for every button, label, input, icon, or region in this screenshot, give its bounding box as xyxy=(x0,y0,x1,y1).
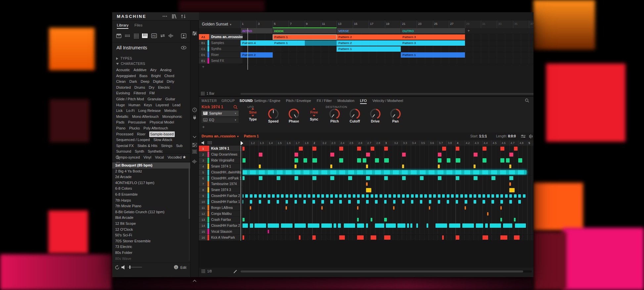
tag-metallic[interactable]: Metallic xyxy=(116,114,128,120)
pattern-name[interactable]: Pattern 1 xyxy=(244,134,259,138)
note-lane[interactable] xyxy=(241,158,533,164)
note[interactable] xyxy=(254,194,257,198)
note[interactable] xyxy=(277,176,281,180)
note[interactable] xyxy=(312,200,315,204)
note[interactable] xyxy=(268,230,269,233)
sound-name[interactable]: ClosedHH Fairfax 2 xyxy=(209,223,243,229)
note[interactable] xyxy=(272,194,275,198)
tag-digital[interactable]: Digital xyxy=(153,79,163,85)
tag-deep[interactable]: Deep xyxy=(141,79,149,85)
note[interactable] xyxy=(500,235,507,240)
oneshots-icon[interactable] xyxy=(168,32,174,39)
note[interactable] xyxy=(491,200,494,204)
note[interactable] xyxy=(321,206,323,210)
tag-acoustic[interactable]: Acoustic xyxy=(116,67,130,73)
pattern-grid-setting[interactable]: 1/8 xyxy=(202,269,212,273)
tag-filtered[interactable]: Filtered xyxy=(134,90,146,96)
list-item[interactable]: 6-8 Colors xyxy=(112,186,190,192)
note[interactable] xyxy=(515,223,526,228)
tag-slow-attack[interactable]: Slow Attack xyxy=(154,137,172,143)
sound-name[interactable]: ClosedHH..ertPark 1 xyxy=(209,175,243,181)
step-view-icon[interactable] xyxy=(192,149,198,154)
note[interactable] xyxy=(393,194,396,198)
note[interactable] xyxy=(268,223,279,228)
note[interactable] xyxy=(299,194,301,198)
note[interactable] xyxy=(460,194,463,198)
tag-lo-fi[interactable]: Lo-Fi xyxy=(126,108,135,114)
note[interactable] xyxy=(366,188,371,192)
note[interactable] xyxy=(483,200,485,204)
pattern-scrollbar[interactable] xyxy=(241,270,532,272)
note[interactable] xyxy=(321,200,324,204)
track-name[interactable]: Riser xyxy=(209,52,243,58)
pattern-length-value[interactable]: 8:0:0 xyxy=(508,134,516,138)
pattern-clip[interactable]: Pattern 1 xyxy=(273,34,337,40)
arranger-grid-setting[interactable]: 1 Bar xyxy=(201,92,214,95)
note-lane[interactable] xyxy=(241,211,533,217)
sound-name[interactable]: ClosedHH Fairfax 2 xyxy=(209,193,243,199)
tag-sub[interactable]: Sub xyxy=(176,143,183,149)
arranger-scrollbar[interactable] xyxy=(241,93,533,95)
browser-toggle-icon[interactable] xyxy=(170,13,178,19)
note-lane[interactable] xyxy=(241,229,533,235)
note[interactable] xyxy=(250,194,253,198)
note[interactable] xyxy=(259,153,263,157)
note[interactable] xyxy=(371,218,372,221)
pattern-clip[interactable]: Pattern 1 xyxy=(273,40,337,46)
note[interactable] xyxy=(321,223,332,228)
tag-electric[interactable]: Electric xyxy=(158,85,170,91)
selector-value[interactable]: Free xyxy=(303,110,325,114)
note[interactable] xyxy=(295,165,297,168)
note[interactable] xyxy=(317,194,320,198)
note[interactable] xyxy=(357,235,364,240)
note[interactable] xyxy=(500,218,502,221)
note-lane[interactable] xyxy=(241,199,533,205)
note[interactable] xyxy=(254,223,266,228)
pad-number[interactable]: 7 xyxy=(199,181,207,187)
track-lane[interactable] xyxy=(241,52,533,58)
track-bank-cell[interactable]: C1 xyxy=(199,46,207,52)
track-name[interactable]: Drums an..ercussion xyxy=(209,34,243,40)
list-item[interactable]: 12 O'Clock xyxy=(112,227,190,233)
note[interactable] xyxy=(375,200,378,204)
note[interactable] xyxy=(500,147,504,151)
note[interactable] xyxy=(462,223,474,228)
edit-button[interactable]: Edit xyxy=(180,266,186,269)
selector-type[interactable]: SineType xyxy=(242,107,263,121)
note[interactable] xyxy=(366,182,368,186)
list-item[interactable]: 7th Movie Piano xyxy=(112,203,190,209)
pattern-clip[interactable]: Pattern 1 xyxy=(401,52,465,58)
track-bank-cell[interactable]: B1 xyxy=(199,40,207,46)
tag-guitar[interactable]: Guitar xyxy=(165,96,175,102)
tag-mono-aftertouch[interactable]: Mono Aftertouch xyxy=(132,114,159,120)
note[interactable] xyxy=(416,223,418,228)
tag-poly-aftertouch[interactable]: Poly Aftertouch xyxy=(144,125,168,131)
note[interactable] xyxy=(286,200,288,204)
note[interactable] xyxy=(339,147,343,151)
step-grid-icon[interactable] xyxy=(207,141,212,145)
note[interactable] xyxy=(420,176,424,180)
arranger-playhead[interactable] xyxy=(248,28,248,70)
note[interactable] xyxy=(427,223,428,228)
list-item[interactable]: 2d Arcade xyxy=(112,174,190,180)
expand-chevron-icon[interactable] xyxy=(192,278,198,283)
note[interactable] xyxy=(334,223,337,228)
note[interactable] xyxy=(503,223,512,228)
track-name[interactable]: Samples xyxy=(209,40,243,46)
note[interactable] xyxy=(348,200,351,204)
note[interactable] xyxy=(281,194,284,198)
track-bank-cell[interactable]: A1 xyxy=(199,34,207,40)
note[interactable] xyxy=(303,194,306,198)
note[interactable] xyxy=(509,182,511,186)
note[interactable] xyxy=(335,194,338,198)
tag-glide-pitch-mod[interactable]: Glide / Pitch Mod xyxy=(116,96,144,102)
pad-number[interactable]: 14 xyxy=(199,223,207,229)
note[interactable] xyxy=(299,147,303,151)
section-label-outro[interactable]: OUTRO xyxy=(402,29,414,33)
tag-huge[interactable]: Huge xyxy=(116,102,125,108)
list-item[interactable]: 8bit Arcade xyxy=(112,215,190,221)
note[interactable] xyxy=(393,206,394,210)
filter-types[interactable]: TYPES xyxy=(116,57,132,60)
note[interactable] xyxy=(241,170,527,174)
note[interactable] xyxy=(263,194,266,198)
